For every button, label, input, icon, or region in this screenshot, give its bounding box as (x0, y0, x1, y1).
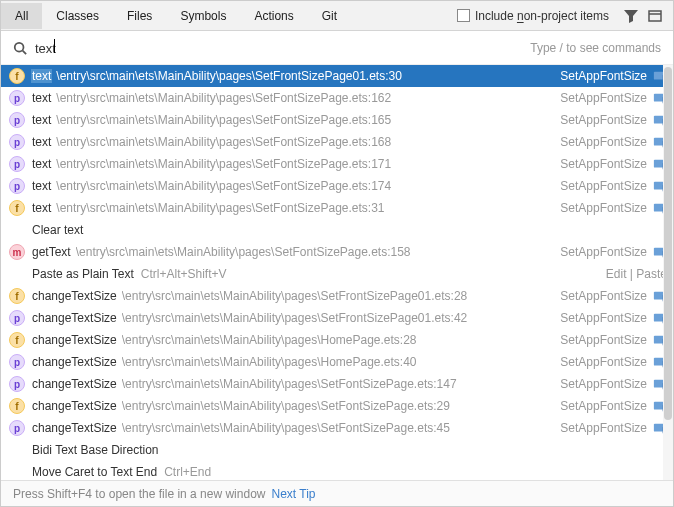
match-text: changeTextSize (31, 355, 118, 369)
result-row[interactable]: ptext\entry\src\main\ets\MainAbility\pag… (1, 175, 673, 197)
result-path: \entry\src\main\ets\MainAbility\pages\Se… (122, 377, 553, 391)
result-row[interactable]: ptext\entry\src\main\ets\MainAbility\pag… (1, 109, 673, 131)
shortcut-text: Ctrl+End (164, 465, 211, 479)
kind-none-icon (9, 266, 25, 282)
window-icon (647, 8, 663, 24)
tab-files[interactable]: Files (113, 3, 166, 29)
result-row[interactable]: Clear text (1, 219, 673, 241)
search-row: text Type / to see commands (1, 31, 673, 65)
result-path: \entry\src\main\ets\MainAbility\pages\Se… (56, 113, 552, 127)
result-path: \entry\src\main\ets\MainAbility\pages\Se… (76, 245, 553, 259)
result-path: \entry\src\main\ets\MainAbility\pages\Se… (56, 201, 552, 215)
scroll-thumb[interactable] (664, 67, 672, 420)
match-text: changeTextSize (31, 289, 118, 303)
result-row[interactable]: ptext\entry\src\main\ets\MainAbility\pag… (1, 131, 673, 153)
result-row[interactable]: Paste as Plain TextCtrl+Alt+Shift+VEdit … (1, 263, 673, 285)
scrollbar[interactable] (663, 65, 673, 480)
match-text: text (31, 113, 52, 127)
filter-button[interactable] (621, 6, 641, 26)
kind-m-icon: m (9, 244, 25, 260)
result-context: SetAppFontSize (560, 113, 647, 127)
result-path: \entry\src\main\ets\MainAbility\pages\Se… (56, 157, 552, 171)
result-context: SetAppFontSize (560, 69, 647, 83)
result-path: \entry\src\main\ets\MainAbility\pages\Se… (56, 135, 552, 149)
results-list[interactable]: ftext\entry\src\main\ets\MainAbility\pag… (1, 65, 673, 480)
result-row[interactable]: fchangeTextSize\entry\src\main\ets\MainA… (1, 285, 673, 307)
svg-rect-0 (649, 11, 661, 21)
match-text: text (31, 201, 52, 215)
result-context: SetAppFontSize (560, 399, 647, 413)
result-path: \entry\src\main\ets\MainAbility\pages\Se… (56, 91, 552, 105)
match-text: text (31, 157, 52, 171)
result-context: SetAppFontSize (560, 289, 647, 303)
result-row[interactable]: fchangeTextSize\entry\src\main\ets\MainA… (1, 395, 673, 417)
kind-p-icon: p (9, 134, 25, 150)
match-text: text (31, 91, 52, 105)
result-row[interactable]: ptext\entry\src\main\ets\MainAbility\pag… (1, 87, 673, 109)
result-path: \entry\src\main\ets\MainAbility\pages\Se… (56, 179, 552, 193)
result-context: SetAppFontSize (560, 91, 647, 105)
tab-symbols[interactable]: Symbols (166, 3, 240, 29)
result-context: SetAppFontSize (560, 355, 647, 369)
match-text: text (31, 69, 52, 83)
result-path: \entry\src\main\ets\MainAbility\pages\Se… (56, 69, 552, 83)
result-path: \entry\src\main\ets\MainAbility\pages\Se… (122, 421, 553, 435)
shortcut-text: Ctrl+Alt+Shift+V (141, 267, 227, 281)
match-text: changeTextSize (31, 333, 118, 347)
open-in-window-button[interactable] (645, 6, 665, 26)
match-text: text (31, 135, 52, 149)
result-path: \entry\src\main\ets\MainAbility\pages\Se… (122, 311, 553, 325)
include-nonproject-checkbox[interactable]: Include non-project items (457, 9, 609, 23)
search-icon (13, 41, 27, 55)
footer-tip: Press Shift+F4 to open the file in a new… (13, 487, 265, 501)
result-row[interactable]: pchangeTextSize\entry\src\main\ets\MainA… (1, 417, 673, 439)
kind-none-icon (9, 222, 25, 238)
checkbox-icon (457, 9, 470, 22)
result-row[interactable]: pchangeTextSize\entry\src\main\ets\MainA… (1, 307, 673, 329)
result-context: Edit | Paste (606, 267, 667, 281)
result-row[interactable]: ftext\entry\src\main\ets\MainAbility\pag… (1, 65, 673, 87)
kind-f-icon: f (9, 288, 25, 304)
tab-all[interactable]: All (1, 3, 42, 29)
kind-p-icon: p (9, 156, 25, 172)
next-tip-link[interactable]: Next Tip (271, 487, 315, 501)
result-context: SetAppFontSize (560, 201, 647, 215)
tab-git[interactable]: Git (308, 3, 351, 29)
match-text: Clear text (31, 223, 84, 237)
search-input[interactable]: text (35, 39, 530, 56)
match-text: changeTextSize (31, 399, 118, 413)
result-context: SetAppFontSize (560, 245, 647, 259)
match-text: changeTextSize (31, 421, 118, 435)
result-row[interactable]: fchangeTextSize\entry\src\main\ets\MainA… (1, 329, 673, 351)
result-row[interactable]: pchangeTextSize\entry\src\main\ets\MainA… (1, 351, 673, 373)
include-label: Include non-project items (475, 9, 609, 23)
kind-f-icon: f (9, 200, 25, 216)
result-row[interactable]: Move Caret to Text EndCtrl+End (1, 461, 673, 480)
result-path: \entry\src\main\ets\MainAbility\pages\Se… (122, 289, 553, 303)
result-row[interactable]: pchangeTextSize\entry\src\main\ets\MainA… (1, 373, 673, 395)
result-row[interactable]: Bidi Text Base Direction (1, 439, 673, 461)
match-text: Paste as Plain Text (31, 267, 135, 281)
kind-p-icon: p (9, 354, 25, 370)
tab-classes[interactable]: Classes (42, 3, 113, 29)
kind-none-icon (9, 442, 25, 458)
result-context: SetAppFontSize (560, 377, 647, 391)
result-row[interactable]: ptext\entry\src\main\ets\MainAbility\pag… (1, 153, 673, 175)
kind-p-icon: p (9, 376, 25, 392)
result-context: SetAppFontSize (560, 157, 647, 171)
kind-f-icon: f (9, 68, 25, 84)
result-row[interactable]: ftext\entry\src\main\ets\MainAbility\pag… (1, 197, 673, 219)
search-hint: Type / to see commands (530, 41, 661, 55)
kind-p-icon: p (9, 112, 25, 128)
tab-bar: All Classes Files Symbols Actions Git In… (1, 1, 673, 31)
result-path: \entry\src\main\ets\MainAbility\pages\Ho… (122, 333, 553, 347)
tab-actions[interactable]: Actions (240, 3, 307, 29)
kind-p-icon: p (9, 420, 25, 436)
match-text: getText (31, 245, 72, 259)
kind-p-icon: p (9, 90, 25, 106)
svg-point-2 (15, 42, 24, 51)
footer: Press Shift+F4 to open the file in a new… (1, 480, 673, 506)
filter-icon (623, 8, 639, 24)
result-row[interactable]: mgetText\entry\src\main\ets\MainAbility\… (1, 241, 673, 263)
match-text: changeTextSize (31, 377, 118, 391)
